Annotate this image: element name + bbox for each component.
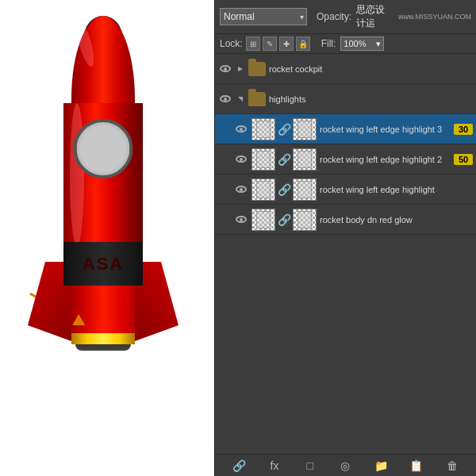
layer-mask-thumbnail — [293, 118, 317, 140]
layer-wing-highlight[interactable]: 🔗 rocket wing left edge highlight — [215, 175, 476, 205]
lock-label: Lock: — [220, 38, 243, 49]
layer-name: rocket body dn red glow — [320, 215, 473, 225]
layer-expand-icon[interactable] — [236, 94, 245, 104]
lock-icon-all[interactable]: 🔒 — [296, 36, 310, 51]
new-layer-button[interactable]: 📋 — [408, 457, 425, 474]
thumb-inner — [298, 121, 312, 138]
thumb-inner — [256, 151, 271, 168]
layer-rocket-cockpit[interactable]: rocket cockpit — [215, 54, 476, 84]
eye-icon — [236, 125, 247, 132]
folder-icon — [248, 92, 266, 106]
fill-dropdown[interactable]: 100% ▾ — [340, 36, 384, 51]
link-icon: 🔗 — [278, 214, 290, 225]
layer-effects-button[interactable]: fx — [266, 457, 283, 474]
layer-thumbnail — [251, 148, 275, 171]
layers-list: rocket cockpit highlights 🔗 — [215, 54, 476, 235]
layer-thumbnail — [251, 178, 275, 201]
lock-icon-paint[interactable]: ✎ — [263, 36, 277, 51]
link-icon: 🔗 — [278, 124, 290, 135]
link-layers-button[interactable]: 🔗 — [230, 457, 248, 474]
thumb-inner — [298, 151, 312, 168]
eye-icon — [236, 155, 247, 163]
new-group-button[interactable]: 📁 — [372, 457, 390, 474]
eye-icon — [236, 216, 247, 223]
opacity-label: Opacity: — [317, 11, 351, 22]
thumb-inner — [256, 121, 271, 138]
opacity-badge: 30 — [454, 124, 473, 135]
rocket-nozzle-band — [71, 333, 135, 344]
eye-icon — [236, 186, 247, 193]
blend-mode-select[interactable]: NormalDissolveMultiplyScreenOverlay — [220, 8, 307, 25]
fill-label: Fill: — [321, 38, 336, 49]
ps-bottom-bar: 🔗 fx □ ◎ 📁 📋 🗑 — [215, 454, 476, 476]
thumb-inner — [298, 181, 312, 198]
thumb-inner — [256, 181, 271, 198]
folder-icon — [248, 62, 266, 76]
opacity-badge: 50 — [454, 154, 473, 165]
canvas: ASA — [0, 0, 214, 476]
svg-marker-0 — [238, 67, 243, 71]
delete-layer-button[interactable]: 🗑 — [443, 457, 461, 474]
lock-icons: ⊞ ✎ ✚ 🔒 — [246, 36, 310, 51]
layer-wing-highlight-2[interactable]: 🔗 rocket wing left edge highlight 2 50 — [215, 144, 476, 175]
rocket: ASA — [24, 16, 182, 460]
rocket-band-text: ASA — [83, 254, 124, 274]
fill-value: 100% — [344, 39, 366, 48]
rocket-band: ASA — [63, 242, 143, 286]
opacity-value: 思恋设计运 — [356, 3, 393, 30]
layer-visibility-toggle[interactable] — [234, 122, 248, 136]
layer-visibility-toggle[interactable] — [218, 92, 232, 106]
layer-mask-thumbnail — [293, 178, 317, 201]
blend-mode-wrapper[interactable]: NormalDissolveMultiplyScreenOverlay — [220, 8, 307, 25]
eye-icon — [220, 65, 231, 72]
layer-wing-highlight-3[interactable]: 🔗 rocket wing left edge highlight 3 30 — [215, 114, 476, 144]
layer-visibility-toggle[interactable] — [218, 62, 232, 76]
layer-name: rocket wing left edge highlight 3 — [320, 125, 451, 134]
layer-mask-thumbnail — [293, 209, 317, 231]
link-icon: 🔗 — [278, 184, 290, 195]
ps-panel: NormalDissolveMultiplyScreenOverlay Opac… — [214, 0, 476, 476]
layer-thumbnail — [251, 118, 275, 140]
layer-visibility-toggle[interactable] — [234, 152, 248, 167]
ps-lock-bar: Lock: ⊞ ✎ ✚ 🔒 Fill: 100% ▾ — [215, 34, 476, 54]
layer-body-red-glow[interactable]: 🔗 rocket body dn red glow — [215, 205, 476, 235]
layer-name: highlights — [269, 94, 473, 104]
layer-highlights-group[interactable]: highlights — [215, 84, 476, 114]
fx-icon: fx — [271, 459, 279, 472]
layer-visibility-toggle[interactable] — [234, 213, 248, 227]
thumb-inner — [256, 211, 271, 228]
watermark: www.MISSYUAN.COM — [398, 13, 471, 21]
add-mask-button[interactable]: □ — [301, 457, 319, 474]
thumb-inner — [298, 211, 312, 228]
lock-icon-move[interactable]: ✚ — [279, 36, 294, 51]
layer-name: rocket wing left edge highlight 2 — [320, 155, 451, 164]
eye-icon — [220, 95, 231, 102]
link-icon: 🔗 — [278, 154, 290, 165]
rocket-window — [74, 119, 133, 178]
fill-chevron-icon: ▾ — [376, 39, 381, 49]
layer-mask-thumbnail — [293, 148, 317, 171]
layer-name: rocket wing left edge highlight — [320, 185, 473, 194]
adjustment-layer-button[interactable]: ◎ — [336, 457, 354, 474]
layer-thumbnail — [251, 209, 275, 231]
ps-top-bar: NormalDissolveMultiplyScreenOverlay Opac… — [215, 0, 476, 34]
layer-expand-icon[interactable] — [236, 64, 245, 74]
layer-visibility-toggle[interactable] — [234, 182, 248, 197]
lock-icon-transparency[interactable]: ⊞ — [246, 36, 260, 51]
svg-marker-1 — [238, 97, 243, 102]
layer-name: rocket cockpit — [269, 64, 473, 74]
